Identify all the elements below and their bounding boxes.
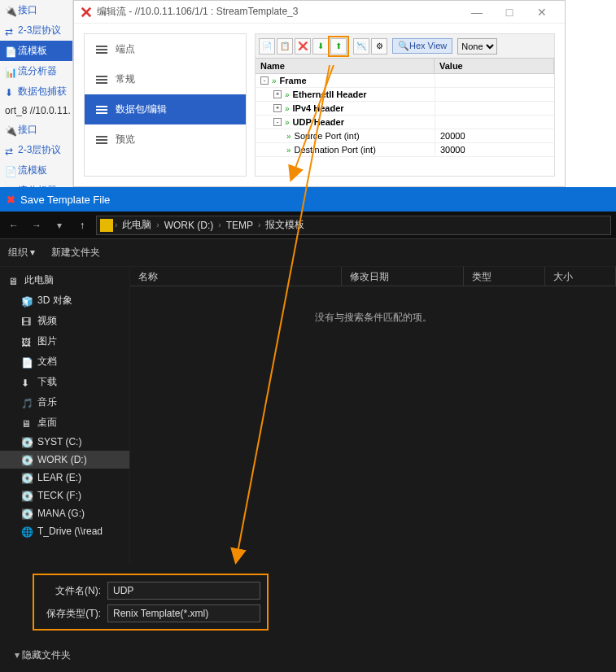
col-name[interactable]: 名称: [130, 267, 342, 286]
nav-interface-2[interactable]: 🔌接口: [0, 120, 72, 140]
sidebar-preview[interactable]: 预览: [85, 124, 246, 155]
folder-label: LEAR (E:): [37, 472, 81, 483]
folder-label: 桌面: [37, 416, 57, 430]
tree-row[interactable]: +»IPv4 Header: [256, 102, 554, 116]
folder-tree-item[interactable]: 🌐T_Drive (\\read: [0, 522, 129, 540]
nav-interface[interactable]: 🔌接口: [0, 0, 72, 20]
folder-tree-item[interactable]: 💽TECK (F:): [0, 487, 129, 504]
maximize-button[interactable]: □: [493, 1, 526, 24]
filetype-select[interactable]: [107, 604, 260, 622]
breadcrumb-seg[interactable]: 此电脑: [119, 218, 155, 232]
drive-icon: 💽: [21, 455, 33, 465]
nav-stream-analyzer-2[interactable]: 📊流分析器: [0, 181, 72, 187]
nav-port[interactable]: ort_8 //10.0.11.: [0, 102, 72, 120]
tree-row[interactable]: +»EthernetII Header: [256, 88, 554, 102]
nav-back[interactable]: ←: [5, 216, 23, 234]
3d-icon: 🧊: [21, 296, 33, 306]
folder-label: 视频: [37, 314, 57, 328]
tree-header-name[interactable]: Name: [256, 59, 435, 73]
toolbar-btn-3[interactable]: ❌: [295, 38, 311, 55]
tree-toggle[interactable]: +: [273, 90, 282, 98]
toolbar-btn-save-template[interactable]: ⬆: [330, 38, 347, 55]
col-modified[interactable]: 修改日期: [342, 267, 464, 286]
sidebar-endpoint[interactable]: 端点: [85, 34, 246, 64]
close-button[interactable]: ✕: [526, 1, 558, 24]
breadcrumb-seg[interactable]: WORK (D:): [161, 220, 217, 231]
music-icon: 🎵: [21, 398, 33, 408]
folder-tree-item[interactable]: 💽LEAR (E:): [0, 469, 129, 487]
folder-tree-item[interactable]: 🖥此电脑: [0, 270, 129, 290]
toolbar-btn-6[interactable]: 📉: [353, 38, 369, 55]
nav-recent[interactable]: ▾: [50, 216, 68, 234]
folder-tree-item[interactable]: 🖥桌面: [0, 412, 129, 433]
hamburger-icon: [96, 106, 107, 114]
nav-stream-template[interactable]: 📄流模板: [0, 41, 72, 61]
nav-l23-2[interactable]: ⇄2-3层协议: [0, 140, 72, 160]
nav-l23[interactable]: ⇄2-3层协议: [0, 20, 72, 41]
folder-tree-item[interactable]: 🎞视频: [0, 311, 129, 331]
tree-row[interactable]: -»UDP Header: [256, 116, 554, 129]
folder-tree-item[interactable]: 📄文档: [0, 351, 129, 372]
nav-capture[interactable]: ⬇数据包捕获: [0, 81, 72, 102]
save-title: Save Template File: [20, 194, 110, 206]
col-size[interactable]: 大小: [545, 267, 616, 286]
folder-tree-item[interactable]: 💽SYST (C:): [0, 433, 129, 451]
tree-arrow-icon: »: [286, 146, 291, 155]
folder-tree-item[interactable]: 🎵音乐: [0, 392, 129, 412]
toolbar-select[interactable]: None: [457, 38, 497, 55]
toolbar-btn-1[interactable]: 📄: [259, 38, 275, 55]
folder-tree-item[interactable]: 💽MANA (G:): [0, 504, 129, 522]
tree-row[interactable]: »Source Port (int)20000: [256, 129, 554, 143]
folder-icon: [100, 219, 113, 232]
folder-label: 下载: [37, 375, 57, 389]
col-type[interactable]: 类型: [464, 267, 545, 286]
folder-tree-item[interactable]: 💽WORK (D:): [0, 451, 129, 469]
folder-tree-item[interactable]: 🧊3D 对象: [0, 290, 129, 311]
tree-arrow-icon: »: [285, 118, 290, 127]
file-list-header: 名称 修改日期 类型 大小: [130, 267, 616, 286]
folder-tree-item[interactable]: ⬇下载: [0, 372, 129, 392]
nav-forward[interactable]: →: [28, 216, 46, 234]
tree-toggle[interactable]: +: [273, 104, 282, 112]
hex-view-button[interactable]: 🔍Hex View: [392, 38, 452, 54]
editor-sidebar: 端点 常规 数据包/编辑 预览: [84, 33, 247, 177]
folder-label: 文档: [37, 355, 57, 369]
tree-header-value[interactable]: Value: [435, 59, 554, 73]
folder-tree-item[interactable]: 🖼图片: [0, 331, 129, 351]
editor-titlebar: 编辑流 - //10.0.11.106/1/1 : StreamTemplate…: [74, 1, 565, 24]
tree-toggle[interactable]: -: [260, 76, 269, 85]
save-toolbar: 组织 ▾ 新建文件夹: [0, 239, 616, 267]
minimize-button[interactable]: —: [461, 1, 493, 24]
tree-node-value: [435, 74, 554, 87]
pc-icon: 🖥: [8, 276, 20, 286]
filename-input[interactable]: [107, 582, 260, 600]
file-list-empty: 没有与搜索条件匹配的项。: [130, 286, 616, 565]
packet-tree: Name Value -»Frame+»EthernetII Header+»I…: [256, 59, 554, 176]
toolbar-btn-2[interactable]: 📋: [277, 38, 293, 55]
sidebar-general[interactable]: 常规: [85, 64, 246, 94]
image-icon: 🖼: [21, 337, 33, 347]
nav-stream-analyzer[interactable]: 📊流分析器: [0, 61, 72, 81]
organize-button[interactable]: 组织 ▾: [8, 246, 35, 260]
new-folder-button[interactable]: 新建文件夹: [51, 246, 100, 260]
folder-label: SYST (C:): [37, 436, 81, 447]
tree-node-value: 30000: [435, 143, 554, 156]
video-icon: 🎞: [21, 316, 33, 326]
breadcrumb-seg[interactable]: 报文模板: [262, 218, 308, 232]
hidden-folders-toggle[interactable]: 隐藏文件夹: [0, 639, 616, 672]
tree-toggle[interactable]: -: [273, 118, 282, 126]
sidebar-packet-edit[interactable]: 数据包/编辑: [85, 94, 246, 124]
save-nav: ← → ▾ ↑ › 此电脑 › WORK (D:) › TEMP › 报文模板: [0, 212, 616, 239]
folder-label: T_Drive (\\read: [37, 526, 103, 537]
folder-label: 此电脑: [24, 273, 54, 287]
toolbar-btn-7[interactable]: ⚙: [371, 38, 387, 55]
tree-row[interactable]: »Destination Port (int)30000: [256, 143, 554, 157]
toolbar-btn-4[interactable]: ⬇: [312, 38, 329, 55]
nav-stream-template-2[interactable]: 📄流模板: [0, 160, 72, 181]
breadcrumb[interactable]: › 此电脑 › WORK (D:) › TEMP › 报文模板: [96, 216, 611, 235]
breadcrumb-seg[interactable]: TEMP: [223, 220, 256, 231]
folder-label: TECK (F:): [37, 490, 81, 501]
tree-row[interactable]: -»Frame: [256, 74, 554, 88]
tree-node-value: [435, 88, 554, 101]
nav-up[interactable]: ↑: [73, 216, 91, 234]
